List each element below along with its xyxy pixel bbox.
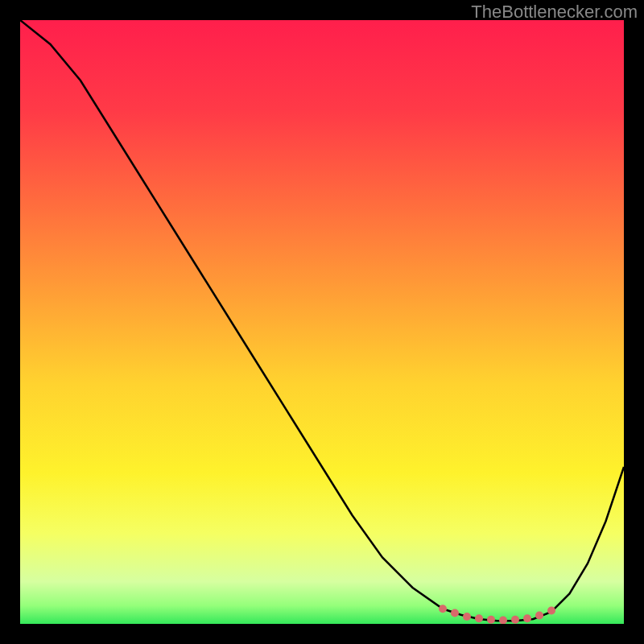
gradient-background (20, 20, 624, 624)
plot-area (20, 20, 624, 624)
svg-rect-0 (20, 20, 624, 624)
watermark-text: TheBottlenecker.com (471, 2, 638, 23)
